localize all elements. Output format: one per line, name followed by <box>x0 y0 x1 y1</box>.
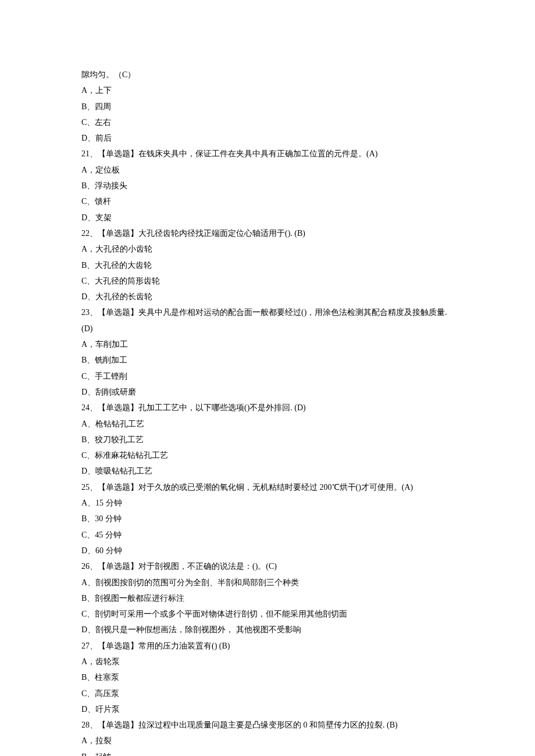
text-line: A、剖视图按剖切的范围可分为全剖、半剖和局部剖三个种类 <box>81 575 454 590</box>
text-line: D、60 分钟 <box>81 543 454 558</box>
text-line: 25、【单选题】对于久放的或已受潮的氧化铜，无机粘结时要经过 200℃烘干()才… <box>81 479 454 495</box>
text-line: D、刮削或研磨 <box>81 384 454 400</box>
text-line: A、枪钻钻孔工艺 <box>81 416 454 432</box>
text-line: D、剖视只是一种假想画法，除剖视图外， 其他视图不受影响 <box>81 622 454 637</box>
text-line: D、支架 <box>81 210 454 225</box>
text-line: B、大孔径的大齿轮 <box>81 257 454 273</box>
text-line: D、大孔径的长齿轮 <box>81 289 454 304</box>
document-body: 隙均匀。（C） A，上下 B、四周 C、左右 D、前后 21、【单选题】在钱床夹… <box>81 67 454 756</box>
text-line: C、手工铿削 <box>81 368 454 384</box>
text-line: 24、【单选题】孔加工工艺中，以下哪些选项()不是外排回. (D) <box>81 400 454 415</box>
text-line: A，大孔径的小齿轮 <box>81 241 454 257</box>
text-line: A，定位板 <box>81 162 454 178</box>
text-line: 27、【单选题】常用的压力油装置有() (B) <box>81 638 454 654</box>
text-line: C、大孔径的筒形齿轮 <box>81 273 454 289</box>
text-line: C、高压泵 <box>81 686 454 701</box>
text-line: 隙均匀。（C） <box>81 67 454 83</box>
text-line: D、吁片泵 <box>81 701 454 717</box>
text-line: 23、【单选题】夹具中凡是作相对运动的配合面一般都要经过()，用涂色法检测其配合… <box>81 304 454 336</box>
text-line: 22、【单选题】大孔径齿轮内径找正端面定位心轴适用于(). (B) <box>81 225 454 241</box>
text-line: C、剖切时可采用一个或多个平面对物体进行剖切，但不能采用其他剖切面 <box>81 606 454 622</box>
text-line: A，车削加工 <box>81 336 454 352</box>
text-line: B、四周 <box>81 99 454 114</box>
text-line: C、标准麻花钻钻孔工艺 <box>81 447 454 463</box>
text-line: A，上下 <box>81 83 454 98</box>
text-line: D、前后 <box>81 130 454 146</box>
text-line: C、左右 <box>81 114 454 130</box>
text-line: B、浮动接头 <box>81 178 454 194</box>
text-line: B、柱塞泵 <box>81 669 454 685</box>
text-line: A，拉裂 <box>81 733 454 748</box>
text-line: B、狡刀较孔工艺 <box>81 432 454 447</box>
text-line: 26、【单选题】对于剖视图，不正确的说法是：()。(C) <box>81 558 454 574</box>
text-line: B、剖视图一般都应进行标注 <box>81 590 454 606</box>
text-line: D、喷吸钻钻孔工艺 <box>81 463 454 479</box>
text-line: C、馈杆 <box>81 194 454 209</box>
text-line: B、起皱 <box>81 749 454 756</box>
text-line: A、15 分钟 <box>81 495 454 511</box>
text-line: 21、【单选题】在钱床夹具中，保证工件在夹具中具有正确加工位置的元件是。(A) <box>81 146 454 162</box>
text-line: B、铣削加工 <box>81 352 454 368</box>
text-line: B、30 分钟 <box>81 511 454 526</box>
text-line: 28、【单选题】拉深过程中出现质量问题主要是凸缘变形区的 0 和筒壁传力区的拉裂… <box>81 717 454 733</box>
text-line: C、45 分钟 <box>81 527 454 543</box>
text-line: A，齿轮泵 <box>81 654 454 669</box>
